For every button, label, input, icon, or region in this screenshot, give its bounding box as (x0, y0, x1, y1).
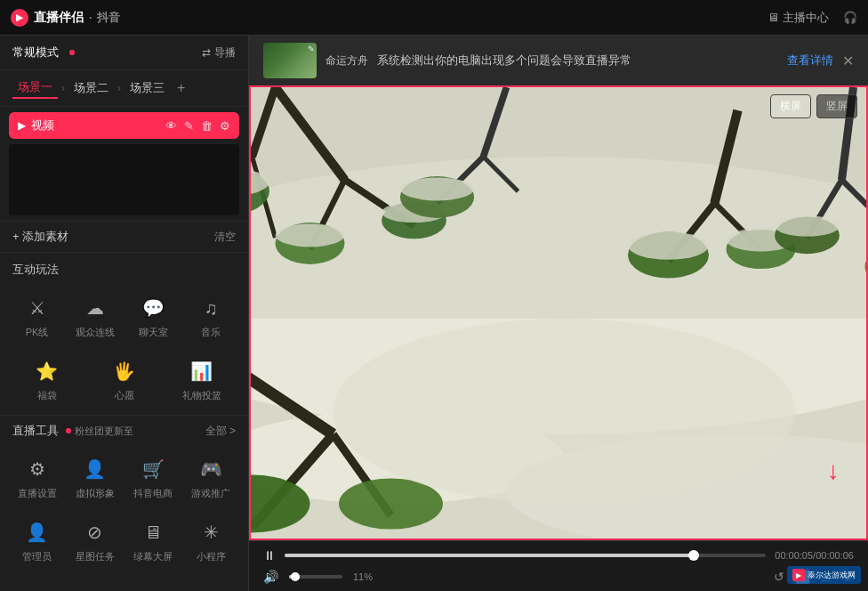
alert-bar: ✎ 命运方舟 系统检测出你的电脑出现多个问题会导致直播异常 查看详情 ✕ (249, 36, 868, 85)
landscape-btn[interactable]: 横屏 (770, 94, 811, 118)
watermark-icon: ▶ (792, 569, 805, 581)
top-bar-right: 🖥 主播中心 🎧 (768, 10, 857, 26)
pk-label: PK线 (26, 326, 49, 339)
live-tools-title: 直播工具 (12, 423, 59, 439)
eye-icon[interactable]: 👁 (165, 119, 177, 133)
alert-close-btn[interactable]: ✕ (842, 53, 854, 69)
interactive-chat[interactable]: 💬 聊天室 (125, 287, 181, 346)
virtual-avatar-icon: 👤 (81, 455, 109, 483)
guide-btn[interactable]: ⇄ 导播 (202, 45, 236, 61)
logo-platform: 抖音 (97, 10, 120, 26)
interactive-pk[interactable]: ⚔ PK线 (9, 287, 65, 346)
live-tools-more[interactable]: 全部 > (205, 424, 236, 439)
green-screen-label: 绿幕大屏 (133, 550, 173, 563)
clear-btn[interactable]: 清空 (214, 230, 236, 245)
settings-icon[interactable]: ⚙ (220, 119, 230, 133)
logo-text: 直播伴侣 (34, 10, 84, 26)
add-material-btn[interactable]: + 添加素材 清空 (0, 221, 248, 253)
interactive-music[interactable]: ♫ 音乐 (183, 287, 239, 346)
monitor-icon: 🖥 (768, 11, 779, 24)
scene-tab-3[interactable]: 场景三 (125, 78, 170, 98)
layer-preview (9, 144, 239, 215)
interactive-wish[interactable]: 🖐 心愿 (86, 350, 162, 409)
volume-thumb (291, 572, 300, 581)
headphone-btn[interactable]: 🎧 (843, 11, 857, 24)
gift-label: 礼物投篮 (182, 389, 221, 402)
tools-grid2: 👤 管理员 ⊘ 星图任务 🖥 绿幕大屏 ✳ 小程序 (0, 511, 248, 576)
interactive-lucky[interactable]: ⭐ 福袋 (9, 350, 84, 409)
view-buttons: 横屏 竖屏 (770, 94, 857, 118)
progress-fill (285, 554, 694, 557)
tool-ecommerce[interactable]: 🛒 抖音电商 (125, 448, 181, 507)
tool-virtual-avatar[interactable]: 👤 虚拟形象 (67, 448, 123, 507)
mode-label: 常规模式 (12, 45, 59, 61)
game-promo-label: 游戏推广 (191, 487, 230, 500)
pk-icon: ⚔ (23, 294, 52, 322)
sidebar: 常规模式 ⇄ 导播 场景一 › 场景二 › 场景三 + ▶ 视频 👁 ✎ 🗑 (0, 36, 249, 591)
volume-bar[interactable] (289, 575, 342, 579)
progress-row: ⏸ 00:00:05/00:00:06 (263, 548, 854, 563)
audience-label: 观众连线 (76, 326, 115, 339)
layer-play-icon: ▶ (18, 119, 26, 132)
interactive-audience[interactable]: ☁ 观众连线 (67, 287, 123, 346)
tool-green-screen[interactable]: 🖥 绿幕大屏 (125, 511, 181, 571)
video-scene-svg (251, 87, 866, 538)
watermark-text: 泰尔达游戏网 (808, 570, 856, 581)
interactive-grid: ⚔ PK线 ☁ 观众连线 💬 聊天室 ♫ 音乐 (0, 283, 248, 350)
scene-tab-2[interactable]: 场景二 (68, 78, 114, 98)
portrait-btn[interactable]: 竖屏 (816, 94, 857, 118)
edit-icon[interactable]: ✎ (184, 119, 194, 133)
lucky-label: 福袋 (37, 389, 57, 402)
progress-thumb (688, 550, 699, 561)
chat-icon: 💬 (139, 294, 167, 322)
interactive-gift[interactable]: 📊 礼物投篮 (164, 350, 239, 409)
headphone-icon: 🎧 (843, 11, 857, 24)
watermark: ▶ 泰尔达游戏网 (787, 566, 861, 584)
edit-thumb-icon: ✎ (308, 45, 315, 53)
scene-tab-1[interactable]: 场景一 (12, 77, 58, 99)
interactive-section-title: 互动玩法 (0, 253, 248, 283)
logo-dot: · (89, 12, 92, 24)
admin-icon: 👤 (23, 518, 52, 546)
tool-game-promo[interactable]: 🎮 游戏推广 (183, 448, 239, 507)
layer-label: 视频 (31, 117, 160, 134)
audience-icon: ☁ (81, 294, 109, 322)
badge-dot (66, 428, 71, 433)
pause-btn[interactable]: ⏸ (263, 548, 276, 563)
music-label: 音乐 (201, 326, 221, 339)
progress-bar[interactable] (285, 554, 766, 557)
scene-add-btn[interactable]: + (177, 80, 185, 96)
main-layout: 常规模式 ⇄ 导播 场景一 › 场景二 › 场景三 + ▶ 视频 👁 ✎ 🗑 (0, 36, 868, 591)
svg-point-45 (334, 319, 796, 504)
live-settings-icon: ⚙ (23, 455, 52, 483)
lucky-icon: ⭐ (33, 357, 61, 385)
wish-icon: 🖐 (110, 357, 139, 385)
video-layer[interactable]: ▶ 视频 👁 ✎ 🗑 ⚙ (9, 112, 239, 139)
star-task-icon: ⊘ (81, 518, 109, 546)
svg-point-26 (400, 177, 474, 200)
music-icon: ♫ (197, 294, 225, 322)
bottom-controls: ⏸ 00:00:05/00:00:06 🔊 11% (249, 540, 868, 591)
volume-icon[interactable]: 🔊 (263, 570, 278, 584)
tool-star-task[interactable]: ⊘ 星图任务 (67, 511, 123, 571)
alert-title: 命运方舟 (326, 53, 368, 69)
broadcast-center-btn[interactable]: 🖥 主播中心 (768, 10, 829, 26)
tool-admin[interactable]: 👤 管理员 (9, 511, 65, 571)
star-task-label: 星图任务 (76, 550, 115, 563)
logo-icon: ▶ (11, 9, 28, 27)
add-material-text: + 添加素材 (12, 229, 68, 245)
delete-icon[interactable]: 🗑 (201, 119, 213, 133)
scene-tabs: 场景一 › 场景二 › 场景三 + (0, 70, 248, 107)
arrow-down-indicator: ↓ (827, 457, 840, 485)
admin-label: 管理员 (22, 550, 52, 563)
main-content: ✎ 命运方舟 系统检测出你的电脑出现多个问题会导致直播异常 查看详情 ✕ 横屏 … (249, 36, 868, 591)
svg-point-32 (775, 215, 840, 236)
alert-thumbnail: ✎ (263, 43, 317, 78)
tool-live-settings[interactable]: ⚙ 直播设置 (9, 448, 65, 507)
time-display: 00:00:05/00:00:06 (775, 550, 854, 561)
alert-link[interactable]: 查看详情 (787, 53, 833, 69)
live-tools-header: 直播工具 粉丝团更新至 全部 > (0, 415, 248, 444)
loop-icon[interactable]: ↺ (774, 570, 784, 584)
svg-rect-2 (251, 87, 866, 319)
tool-mini-program[interactable]: ✳ 小程序 (183, 511, 239, 571)
